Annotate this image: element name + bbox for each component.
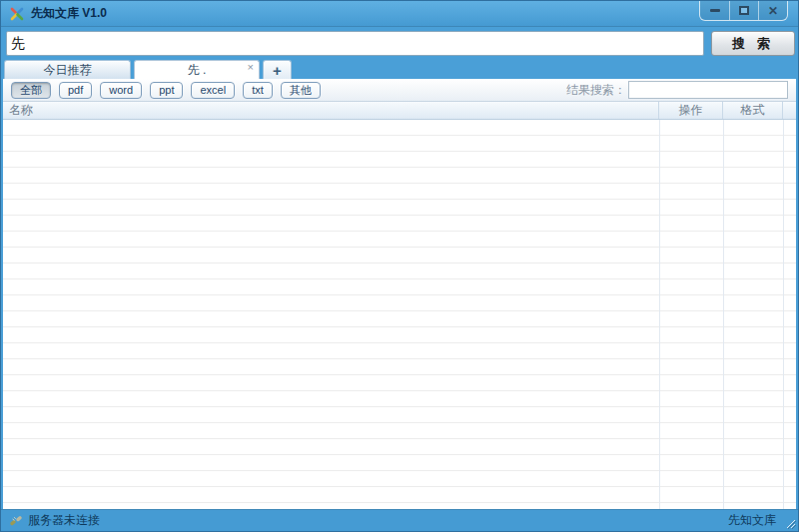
column-header-filler xyxy=(783,102,796,119)
table-body-empty[interactable] xyxy=(3,120,796,509)
tab-bar: 今日推荐 先 . × + xyxy=(1,60,798,79)
tab-search-result[interactable]: 先 . × xyxy=(134,60,260,79)
server-status-text: 服务器未连接 xyxy=(28,512,100,529)
plus-icon: + xyxy=(273,62,282,79)
window-title: 先知文库 V1.0 xyxy=(31,5,107,22)
table-header-row: 名称 操作 格式 xyxy=(3,102,796,120)
maximize-button[interactable] xyxy=(729,1,758,20)
app-window: 先知文库 V1.0 ✕ 搜 索 今日推荐 先 . × + 全部 pdf word… xyxy=(0,0,799,532)
results-table: 名称 操作 格式 xyxy=(3,102,796,509)
column-header-action[interactable]: 操作 xyxy=(659,102,723,119)
search-input[interactable] xyxy=(6,31,704,56)
result-search-input[interactable] xyxy=(628,81,788,99)
column-header-name[interactable]: 名称 xyxy=(3,102,659,119)
column-header-format[interactable]: 格式 xyxy=(723,102,783,119)
title-bar: 先知文库 V1.0 ✕ xyxy=(1,1,798,27)
resize-grip[interactable] xyxy=(784,517,796,529)
result-search-label: 结果搜索： xyxy=(566,82,626,99)
filter-toolbar: 全部 pdf word ppt excel txt 其他 结果搜索： xyxy=(3,79,796,102)
filter-excel-button[interactable]: excel xyxy=(191,82,235,99)
status-app-name: 先知文库 xyxy=(728,512,790,529)
search-section: 搜 索 xyxy=(1,27,798,60)
filter-all-button[interactable]: 全部 xyxy=(11,82,51,99)
status-bar: 服务器未连接 先知文库 xyxy=(1,509,798,531)
close-icon: ✕ xyxy=(768,5,778,17)
column-divider xyxy=(783,120,784,509)
minimize-icon xyxy=(710,9,720,12)
server-disconnected-icon xyxy=(9,514,23,528)
minimize-button[interactable] xyxy=(700,1,729,20)
tab-close-icon[interactable]: × xyxy=(248,62,254,73)
tab-label: 今日推荐 xyxy=(44,62,92,79)
tab-today-recommend[interactable]: 今日推荐 xyxy=(4,60,131,79)
filter-pdf-button[interactable]: pdf xyxy=(59,82,92,99)
filter-txt-button[interactable]: txt xyxy=(243,82,273,99)
column-divider xyxy=(723,120,724,509)
filter-other-button[interactable]: 其他 xyxy=(281,82,321,99)
window-controls: ✕ xyxy=(699,1,788,21)
search-button[interactable]: 搜 索 xyxy=(711,31,795,56)
column-divider xyxy=(659,120,660,509)
filter-ppt-button[interactable]: ppt xyxy=(150,82,183,99)
app-logo-icon xyxy=(9,6,25,22)
close-button[interactable]: ✕ xyxy=(758,1,787,20)
filter-word-button[interactable]: word xyxy=(100,82,142,99)
tab-add-button[interactable]: + xyxy=(263,60,292,79)
tab-label: 先 . xyxy=(188,62,207,79)
maximize-icon xyxy=(739,6,749,15)
result-search-group: 结果搜索： xyxy=(566,81,788,99)
